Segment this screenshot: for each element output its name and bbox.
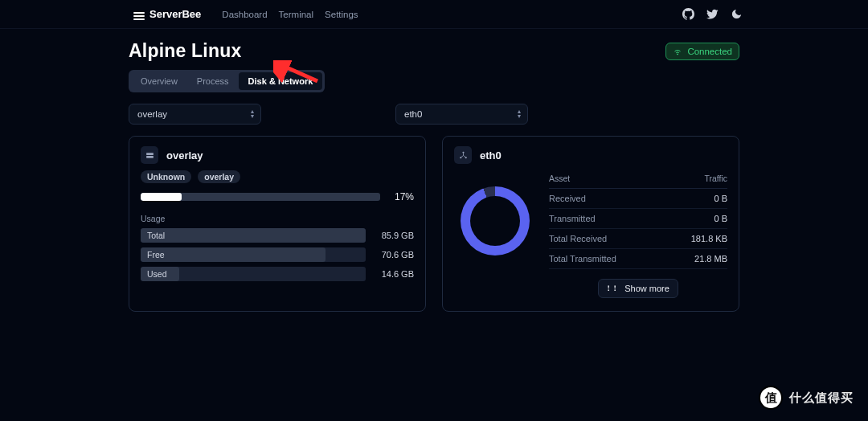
bar-value: 85.9 GB [374, 231, 414, 240]
stat-value: 21.8 MB [694, 254, 727, 264]
stat-value: 0 B [714, 194, 727, 203]
pill-overlay: overlay [198, 170, 240, 183]
stat-label: Total Received [549, 234, 607, 243]
brand[interactable]: ServerBee [133, 8, 201, 20]
disk-pills: Unknown overlay [141, 170, 414, 183]
disk-select[interactable]: overlay ▴▾ [129, 104, 261, 125]
disk-card-head: overlay [141, 146, 414, 164]
disk-icon [141, 146, 158, 164]
expand-icon: ⠇⠇ [607, 284, 620, 293]
connected-label: Connected [687, 47, 732, 56]
disk-progress-fill [141, 193, 182, 201]
network-body: Asset Traffic Received 0 B Transmitted 0… [454, 172, 727, 298]
network-icon [454, 146, 472, 164]
page: Alpine Linux Connected Overview Process … [0, 29, 868, 312]
show-more-button[interactable]: ⠇⠇ Show more [598, 279, 678, 298]
chevron-updown-icon: ▴▾ [518, 109, 521, 119]
bar-value: 70.6 GB [374, 250, 414, 260]
bar-row-total: Total 85.9 GB [141, 228, 414, 243]
bar-row-used: Used 14.6 GB [141, 267, 414, 281]
stat-row-received: Received 0 B [549, 189, 727, 209]
disk-card: overlay Unknown overlay 17% Usage Total … [129, 136, 426, 312]
selectors: overlay ▴▾ eth0 ▴▾ [129, 104, 739, 125]
disk-card-title: overlay [166, 149, 203, 161]
watermark-text: 什么值得买 [789, 390, 854, 406]
bar-track: Free [141, 247, 366, 262]
network-card-head: eth0 [454, 146, 727, 164]
bar-fill [141, 247, 326, 262]
nav-dashboard[interactable]: Dashboard [222, 10, 267, 19]
bar-label: Total [147, 228, 165, 243]
bar-label: Used [147, 267, 167, 281]
tab-disk-network[interactable]: Disk & Network [239, 72, 323, 90]
svg-point-0 [678, 54, 678, 55]
stats-header: Asset Traffic [549, 172, 727, 189]
usage-label: Usage [141, 214, 414, 223]
stat-row-total-transmitted: Total Transmitted 21.8 MB [549, 249, 727, 269]
network-card: eth0 Asset Traffic Received 0 B Transmit… [442, 136, 739, 312]
bar-track: Used [141, 267, 366, 281]
svg-point-2 [147, 156, 148, 157]
connected-badge: Connected [665, 43, 739, 60]
stat-label: Received [549, 194, 586, 203]
stats-header-traffic: Traffic [704, 174, 727, 183]
twitter-icon[interactable] [706, 8, 719, 21]
disk-select-value: overlay [137, 109, 167, 119]
nav-links: Dashboard Terminal Settings [222, 10, 358, 19]
stat-label: Transmitted [549, 214, 596, 223]
stat-row-transmitted: Transmitted 0 B [549, 209, 727, 229]
stat-row-total-received: Total Received 181.8 KB [549, 229, 727, 249]
menu-icon[interactable] [133, 10, 145, 18]
disk-progress: 17% [141, 191, 414, 202]
stat-value: 0 B [714, 214, 727, 223]
wifi-icon [673, 47, 682, 56]
page-title: Alpine Linux [129, 40, 241, 62]
network-select[interactable]: eth0 ▴▾ [395, 104, 528, 125]
watermark-badge: 值 [759, 386, 783, 410]
network-select-value: eth0 [404, 109, 422, 119]
bar-value: 14.6 GB [374, 269, 414, 279]
svg-point-3 [462, 151, 464, 153]
tab-process[interactable]: Process [187, 72, 239, 90]
topbar: ServerBee Dashboard Terminal Settings [0, 0, 868, 29]
theme-icon[interactable] [730, 8, 743, 21]
cards: overlay Unknown overlay 17% Usage Total … [129, 136, 739, 312]
pill-unknown: Unknown [141, 170, 191, 183]
nav-settings[interactable]: Settings [325, 10, 358, 19]
stats-header-asset: Asset [549, 174, 570, 183]
topbar-right [682, 8, 743, 21]
tabs: Overview Process Disk & Network [129, 70, 325, 92]
disk-progress-track [141, 193, 380, 201]
traffic-ring-chart [461, 186, 530, 255]
title-row: Alpine Linux Connected [129, 40, 739, 62]
github-icon[interactable] [682, 8, 694, 21]
disk-percent: 17% [388, 191, 414, 202]
bar-fill [141, 228, 366, 243]
show-more-label: Show more [624, 284, 669, 293]
svg-point-1 [147, 153, 148, 154]
stat-value: 181.8 KB [691, 234, 727, 243]
bar-track: Total [141, 228, 366, 243]
stat-label: Total Transmitted [549, 254, 616, 264]
bar-label: Free [147, 247, 165, 262]
chevron-updown-icon: ▴▾ [251, 109, 254, 119]
brand-label: ServerBee [149, 8, 201, 20]
bar-row-free: Free 70.6 GB [141, 247, 414, 262]
watermark: 值 什么值得买 [759, 386, 854, 410]
network-card-title: eth0 [480, 149, 502, 161]
network-stats: Asset Traffic Received 0 B Transmitted 0… [549, 172, 727, 298]
tab-overview[interactable]: Overview [131, 72, 187, 90]
topbar-left: ServerBee Dashboard Terminal Settings [133, 8, 358, 20]
nav-terminal[interactable]: Terminal [279, 10, 313, 19]
